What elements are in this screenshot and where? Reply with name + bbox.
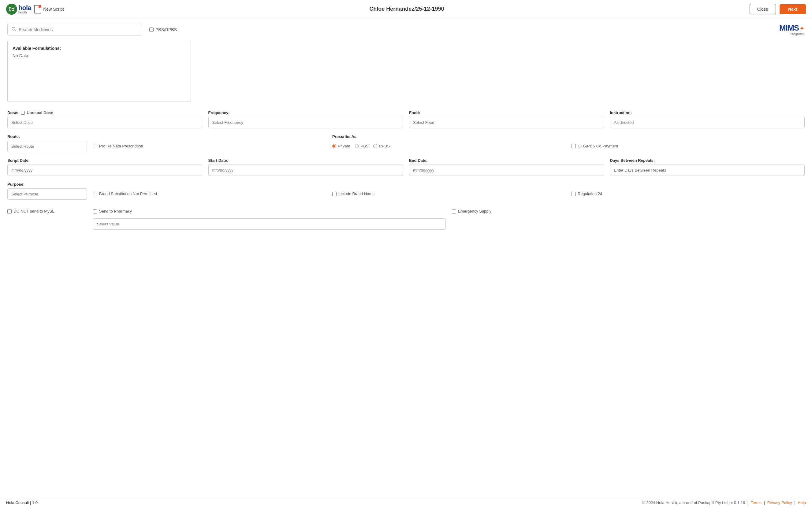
document-icon <box>34 5 41 13</box>
pro-re-nata-text: Pro Re Nata Prescription <box>99 144 143 148</box>
include-brand-checkbox[interactable] <box>332 192 336 196</box>
end-date-field: End Date: <box>409 158 604 176</box>
patient-dob: 25-12-1990 <box>416 6 444 12</box>
prescription-form: Dose: Unusual Dose Frequency: Food: Inst… <box>7 111 805 230</box>
end-date-input[interactable] <box>409 165 604 176</box>
brand-sub-field: x Brand Substitution Not Permitted <box>93 182 326 199</box>
ctg-pbs-checkbox[interactable] <box>571 144 576 148</box>
pro-re-nata-checkbox-label[interactable]: Pro Re Nata Prescription <box>93 141 326 152</box>
purpose-label: Purpose: <box>7 182 87 186</box>
header-actions: Close Next <box>749 4 806 14</box>
start-date-input[interactable] <box>208 165 403 176</box>
close-button[interactable]: Close <box>749 4 776 14</box>
route-input[interactable] <box>7 141 87 152</box>
do-not-send-checkbox-label[interactable]: DO NOT send to MySL <box>7 206 87 216</box>
rpbs-label: RPBS <box>379 144 390 148</box>
select-value-input[interactable] <box>93 218 446 230</box>
svg-line-1 <box>15 30 16 31</box>
food-label: Food: <box>409 111 604 115</box>
script-date-input[interactable] <box>7 165 202 176</box>
terms-link[interactable]: Terms <box>751 500 762 505</box>
end-date-label: End Date: <box>409 158 604 163</box>
rpbs-radio[interactable] <box>373 144 377 148</box>
pbs-radio[interactable] <box>355 144 359 148</box>
mims-text: MIMS ✦ <box>779 23 805 33</box>
rpbs-radio-label[interactable]: RPBS <box>373 144 390 148</box>
do-not-send-field: DO NOT send to MySL <box>7 206 87 216</box>
search-input[interactable] <box>19 27 138 32</box>
days-between-input[interactable] <box>610 165 805 176</box>
help-link[interactable]: Help <box>798 500 806 505</box>
pbs-checkbox-row: PBS/RPBS <box>149 27 177 32</box>
regulation24-checkbox[interactable] <box>571 192 576 196</box>
mims-integrated-text: integrated <box>790 32 805 36</box>
instruction-input[interactable] <box>610 117 805 128</box>
ctg-pbs-field: x CTG/PBS Co Payment <box>571 134 805 152</box>
include-brand-text: Include Brand Name <box>338 192 375 196</box>
mims-main-text: MIMS <box>779 23 799 33</box>
ctg-pbs-text: CTG/PBS Co Payment <box>578 144 618 148</box>
private-label: Private <box>338 144 350 148</box>
emergency-supply-text: Emergency Supply <box>458 209 491 213</box>
privacy-link[interactable]: Privacy Policy <box>767 500 792 505</box>
dose-field: Dose: Unusual Dose <box>7 111 202 128</box>
search-box[interactable] <box>7 24 142 36</box>
send-pharmacy-checkbox[interactable] <box>93 209 97 213</box>
logo-area: hola health <box>6 4 31 15</box>
form-row-purpose: Purpose: x Brand Substitution Not Permit… <box>7 182 805 200</box>
next-button[interactable]: Next <box>780 4 806 14</box>
instruction-field: Instruction: <box>610 111 805 128</box>
frequency-label: Frequency: <box>208 111 403 115</box>
pro-re-nata-field: Route: Pro Re Nata Prescription <box>93 134 326 152</box>
header: hola health New Script Chloe Hernandez/2… <box>0 0 812 18</box>
pro-re-nata-checkbox[interactable] <box>93 144 97 148</box>
formulations-no-data: No Data <box>12 53 186 58</box>
private-radio-label[interactable]: Private <box>332 144 350 148</box>
unusual-dose-checkbox[interactable] <box>21 111 25 115</box>
brand-sub-checkbox-label[interactable]: Brand Substitution Not Permitted <box>93 188 326 199</box>
food-input[interactable] <box>409 117 604 128</box>
patient-name: Chloe Hernandez <box>369 6 414 12</box>
food-field: Food: <box>409 111 604 128</box>
do-not-send-checkbox[interactable] <box>7 209 12 213</box>
emergency-supply-field: Emergency Supply <box>452 206 805 216</box>
days-between-label: Days Between Repeats: <box>610 158 805 163</box>
form-row-pharmacy: DO NOT send to MySL Send to Pharmacy Eme… <box>7 206 805 230</box>
purpose-input[interactable] <box>7 188 87 200</box>
dose-label: Dose: Unusual Dose <box>7 111 202 115</box>
start-date-field: Start Date: <box>208 158 403 176</box>
search-icon <box>11 27 16 33</box>
include-brand-field: x Include Brand Name <box>332 182 565 199</box>
brand-sub-checkbox[interactable] <box>93 192 97 196</box>
prescribe-as-label: Prescribe As: <box>332 134 565 139</box>
purpose-field: Purpose: <box>7 182 87 200</box>
send-pharmacy-checkbox-label[interactable]: Send to Pharmacy <box>93 206 446 216</box>
frequency-input[interactable] <box>208 117 403 128</box>
form-row-dates: Script Date: Start Date: End Date: Days … <box>7 158 805 176</box>
emergency-supply-checkbox[interactable] <box>452 209 456 213</box>
main-content: PBS/RPBS MIMS ✦ integrated Available For… <box>0 18 812 497</box>
emergency-supply-checkbox-label[interactable]: Emergency Supply <box>452 206 805 216</box>
pbs-rpbs-checkbox[interactable] <box>149 28 154 32</box>
private-radio[interactable] <box>332 144 336 148</box>
script-date-label: Script Date: <box>7 158 202 163</box>
hola-logo-icon <box>6 4 17 15</box>
footer: Hola Consult | 1.0 © 2024 Hola Health, a… <box>0 497 812 508</box>
regulation24-text: Regulation 24 <box>578 192 602 196</box>
prescribe-as-field: Prescribe As: Private PBS RPBS <box>332 134 565 152</box>
formulations-title: Available Formulations: <box>12 46 186 51</box>
new-script-text: New Script <box>43 7 64 12</box>
pbs-rpbs-label: PBS/RPBS <box>155 27 177 32</box>
mims-logo: MIMS ✦ integrated <box>779 23 805 36</box>
dose-input[interactable] <box>7 117 202 128</box>
footer-right: © 2024 Hola Health, a brand of Packapill… <box>642 500 806 505</box>
route-field: Route: <box>7 134 87 152</box>
ctg-pbs-checkbox-label[interactable]: CTG/PBS Co Payment <box>571 141 805 152</box>
pbs-radio-label[interactable]: PBS <box>355 144 368 148</box>
frequency-field: Frequency: <box>208 111 403 128</box>
regulation24-checkbox-label[interactable]: Regulation 24 <box>571 188 805 199</box>
footer-left: Hola Consult | 1.0 <box>6 500 38 505</box>
instruction-label: Instruction: <box>610 111 805 115</box>
include-brand-checkbox-label[interactable]: Include Brand Name <box>332 188 565 199</box>
patient-info: Chloe Hernandez/25-12-1990 <box>369 6 444 12</box>
